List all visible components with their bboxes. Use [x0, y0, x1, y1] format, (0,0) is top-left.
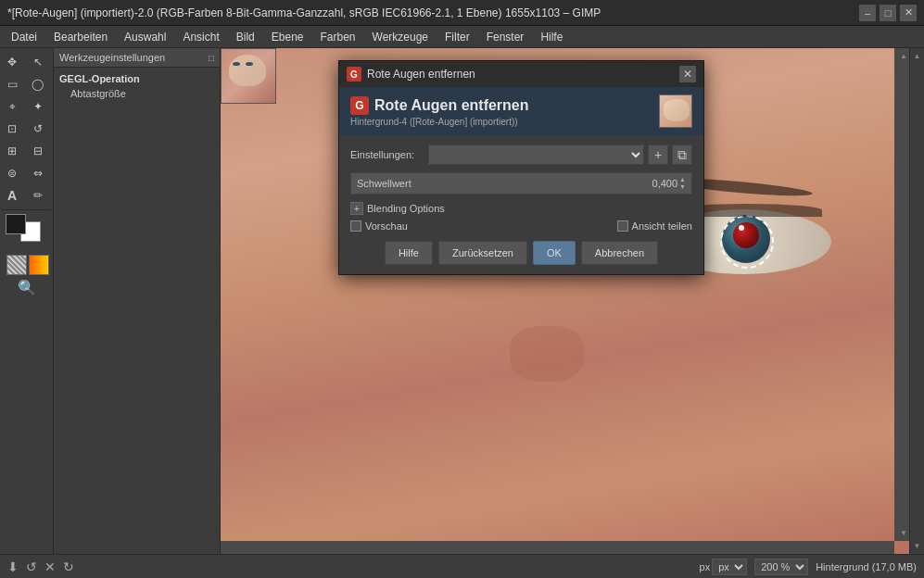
menu-farben[interactable]: Farben [313, 29, 363, 45]
text-tool[interactable]: A [2, 185, 22, 206]
ansicht-label: Ansicht teilen [632, 220, 692, 232]
checkboxes-row: Vorschau Ansicht teilen [350, 220, 692, 232]
lasso-tool[interactable]: ⌖ [2, 96, 22, 117]
maximize-button[interactable]: □ [880, 5, 896, 21]
menu-bar: Datei Bearbeiten Auswahl Ansicht Bild Eb… [0, 26, 924, 48]
status-info: Hintergrund (17,0 MB) [816, 561, 917, 572]
window-title: *[Rote-Augen] (importiert)-2.0 (RGB-Farb… [7, 6, 601, 19]
dialog-icon: G [347, 67, 361, 82]
einstellungen-duplicate-button[interactable]: ⧉ [672, 144, 692, 165]
menu-fenster[interactable]: Fenster [479, 29, 532, 45]
dialog-header-left: G Rote Augen entfernen Hintergrund-4 ([R… [350, 96, 529, 127]
zoom-selector[interactable]: 200 % [754, 559, 808, 575]
restore-button[interactable]: ↻ [63, 559, 74, 574]
menu-hilfe[interactable]: Hilfe [533, 29, 570, 45]
einstellungen-add-button[interactable]: + [648, 144, 668, 165]
dialog-title: Rote Augen entfernen [367, 68, 475, 81]
close-button[interactable]: ✕ [900, 5, 917, 21]
menu-ebene[interactable]: Ebene [264, 29, 311, 45]
vertical-scrollbar[interactable]: ▲ ▼ [894, 48, 909, 541]
foreground-color[interactable] [6, 214, 26, 234]
right-scroll-down[interactable]: ▼ [914, 542, 921, 550]
tool-separator [2, 209, 51, 210]
menu-datei[interactable]: Datei [4, 29, 44, 45]
pattern-area [2, 255, 51, 275]
schwellwert-spinbox[interactable]: ▲ ▼ [679, 176, 686, 191]
tool-options-content: GEGL-Operation Abtastgröße [54, 68, 220, 554]
zoom-dropdown[interactable]: 200 % [754, 559, 808, 575]
pointer-tool[interactable]: ↖ [28, 52, 48, 72]
ok-button[interactable]: OK [533, 241, 576, 265]
right-panel: ▲ ▼ [909, 48, 924, 554]
blending-options-row: + Blending Options [350, 202, 692, 215]
menu-werkzeuge[interactable]: Werkzeuge [365, 29, 436, 45]
scale-tool[interactable]: ⊞ [2, 141, 22, 161]
abtast-label: Abtastgröße [59, 88, 214, 99]
paint-tool[interactable]: ✏ [28, 185, 48, 206]
right-scroll-up[interactable]: ▲ [914, 52, 921, 60]
dialog-titlebar: G Rote Augen entfernen ✕ [339, 61, 703, 87]
tool-options-panel: Werkzeugeinstellungen □ GEGL-Operation A… [54, 48, 221, 554]
tools-panel: ✥ ↖ ▭ ◯ ⌖ ✦ ⊡ ↺ ⊞ ⊟ ⊜ ⇔ A ✏ 🔍 [0, 48, 54, 554]
vorschau-label: Vorschau [365, 220, 408, 232]
red-eye-dialog: G Rote Augen entfernen ✕ G Rote Augen en… [338, 60, 704, 275]
tool-options-collapse[interactable]: □ [209, 53, 214, 63]
rotate-tool[interactable]: ↺ [28, 119, 48, 139]
menu-bild[interactable]: Bild [229, 29, 262, 45]
horizontal-scrollbar[interactable] [221, 541, 894, 554]
tool-options-title: Werkzeugeinstellungen [59, 52, 165, 63]
einstellungen-row: Einstellungen: + ⧉ [350, 144, 692, 165]
spin-down[interactable]: ▼ [679, 183, 686, 191]
fuzzy-select-tool[interactable]: ✦ [28, 96, 48, 117]
color-swatches [2, 214, 51, 251]
schwellwert-row[interactable]: Schwellwert 0,400 ▲ ▼ [350, 172, 692, 195]
move-tool[interactable]: ✥ [2, 52, 22, 72]
dialog-close-button[interactable]: ✕ [679, 66, 696, 82]
flip-tool[interactable]: ⇔ [28, 163, 48, 183]
window-controls: – □ ✕ [859, 5, 917, 21]
menu-auswahl[interactable]: Auswahl [117, 29, 173, 45]
hilfe-button[interactable]: Hilfe [385, 241, 433, 265]
zuruecksetzen-button[interactable]: Zurücksetzen [438, 241, 527, 265]
schwellwert-value-container: 0,400 ▲ ▼ [652, 176, 686, 191]
dialog-body: Einstellungen: + ⧉ Schwellwert 0,400 ▲ ▼ [339, 135, 703, 274]
vorschau-checkbox-item: Vorschau [350, 220, 408, 232]
vorschau-checkbox[interactable] [350, 220, 361, 232]
blending-expand-button[interactable]: + [350, 202, 363, 215]
ellipse-select-tool[interactable]: ◯ [28, 74, 48, 94]
gradient-swatch[interactable] [29, 255, 49, 275]
menu-ansicht[interactable]: Ansicht [175, 29, 226, 45]
dialog-header: G Rote Augen entfernen Hintergrund-4 ([R… [339, 87, 703, 135]
zoom-tool[interactable]: 🔍 [17, 277, 37, 297]
unit-selector[interactable]: px px [700, 559, 748, 575]
einstellungen-label: Einstellungen: [350, 149, 424, 160]
tool-options-header: Werkzeugeinstellungen □ [54, 48, 220, 68]
crop-tool[interactable]: ⊡ [2, 119, 22, 139]
title-bar: *[Rote-Augen] (importiert)-2.0 (RGB-Farb… [0, 0, 924, 26]
shear-tool[interactable]: ⊟ [28, 141, 48, 161]
gegl-section-label: GEGL-Operation [59, 73, 214, 84]
dialog-thumbnail [659, 94, 692, 128]
schwellwert-label: Schwellwert [357, 178, 652, 189]
dialog-subtitle: Hintergrund-4 ([Rote-Augen] (importiert)… [350, 117, 529, 127]
warp-tool[interactable]: ⊜ [2, 163, 22, 183]
ansicht-checkbox[interactable] [617, 220, 628, 232]
minimize-button[interactable]: – [859, 5, 876, 21]
delete-button[interactable]: ✕ [44, 559, 56, 574]
pattern-swatch[interactable] [6, 255, 27, 275]
redo-button[interactable]: ↺ [26, 559, 37, 574]
unit-dropdown[interactable]: px [712, 559, 747, 575]
dialog-big-icon: G [350, 96, 369, 115]
status-bar: ⬇ ↺ ✕ ↻ px px 200 % Hintergrund (17,0 MB… [0, 554, 924, 578]
rect-select-tool[interactable]: ▭ [2, 74, 22, 94]
schwellwert-value: 0,400 [652, 178, 678, 189]
abbrechen-button[interactable]: Abbrechen [581, 241, 658, 265]
menu-filter[interactable]: Filter [437, 29, 477, 45]
menu-bearbeiten[interactable]: Bearbeiten [46, 29, 115, 45]
unit-label: px [700, 561, 711, 572]
dialog-buttons-row: Hilfe Zurücksetzen OK Abbrechen [350, 241, 692, 265]
undo-button[interactable]: ⬇ [7, 559, 19, 574]
dialog-big-title: G Rote Augen entfernen [350, 96, 529, 115]
spin-up[interactable]: ▲ [679, 176, 686, 183]
einstellungen-select[interactable] [428, 144, 644, 165]
